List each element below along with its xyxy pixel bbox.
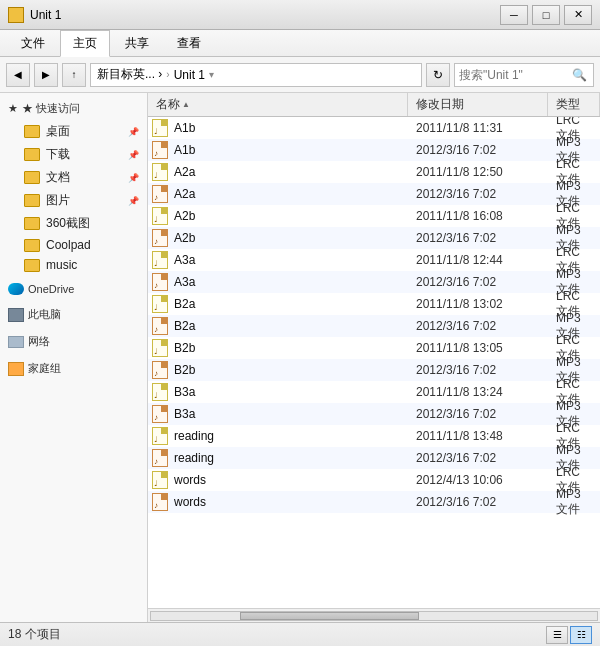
file-date-cell: 2012/3/16 7:02	[408, 363, 548, 377]
file-name-cell: A2a	[148, 163, 408, 181]
mp3-file-icon	[152, 493, 168, 511]
forward-button[interactable]: ▶	[34, 63, 58, 87]
title-left: Unit 1	[8, 7, 61, 23]
col-header-type[interactable]: 类型	[548, 93, 600, 116]
detail-view-button[interactable]: ☷	[570, 626, 592, 644]
tab-share[interactable]: 共享	[112, 30, 162, 56]
search-box[interactable]: 🔍	[454, 63, 594, 87]
lrc-file-icon	[152, 471, 168, 489]
table-row[interactable]: B2b 2012/3/16 7:02 MP3文件	[148, 359, 600, 381]
table-row[interactable]: reading 2012/3/16 7:02 MP3文件	[148, 447, 600, 469]
list-view-button[interactable]: ☰	[546, 626, 568, 644]
quickaccess-icon: ★	[8, 102, 18, 115]
file-name: B2b	[174, 341, 195, 355]
hscroll-thumb[interactable]	[240, 612, 418, 620]
file-name: B3a	[174, 385, 195, 399]
tab-home[interactable]: 主页	[60, 30, 110, 57]
table-row[interactable]: B3a 2011/11/8 13:24 LRC 文件	[148, 381, 600, 403]
file-name: A2a	[174, 187, 195, 201]
lrc-file-icon	[152, 163, 168, 181]
file-list-area: 名称 ▲ 修改日期 类型 A1b 2011/11/8 11:31 LRC 文件 …	[148, 93, 600, 622]
lrc-file-icon	[152, 251, 168, 269]
table-row[interactable]: B2b 2011/11/8 13:05 LRC 文件	[148, 337, 600, 359]
homegroup-icon	[8, 362, 24, 376]
file-name-cell: words	[148, 493, 408, 511]
table-row[interactable]: A2b 2012/3/16 7:02 MP3文件	[148, 227, 600, 249]
file-name: A2a	[174, 165, 195, 179]
table-row[interactable]: reading 2011/11/8 13:48 LRC 文件	[148, 425, 600, 447]
file-name-cell: A2b	[148, 229, 408, 247]
sidebar-header-quickaccess[interactable]: ★ ★ 快速访问	[0, 97, 147, 120]
search-input[interactable]	[459, 68, 569, 82]
sidebar-item-music[interactable]: music	[0, 255, 147, 275]
maximize-button[interactable]: □	[532, 5, 560, 25]
file-name-cell: A3a	[148, 273, 408, 291]
col-name-label: 名称	[156, 96, 180, 113]
pc-icon	[8, 308, 24, 322]
status-bar: 18 个项目 ☰ ☷	[0, 622, 600, 646]
refresh-button[interactable]: ↻	[426, 63, 450, 87]
sidebar-header-network[interactable]: 网络	[0, 330, 147, 353]
file-name: A3a	[174, 275, 195, 289]
folder-icon	[24, 259, 40, 272]
lrc-file-icon	[152, 427, 168, 445]
file-list-header: 名称 ▲ 修改日期 类型	[148, 93, 600, 117]
file-name-cell: A1b	[148, 119, 408, 137]
col-header-name[interactable]: 名称 ▲	[148, 93, 408, 116]
status-item-count: 18 个项目	[8, 626, 61, 643]
table-row[interactable]: A2b 2011/11/8 16:08 LRC 文件	[148, 205, 600, 227]
table-row[interactable]: B2a 2012/3/16 7:02 MP3文件	[148, 315, 600, 337]
back-button[interactable]: ◀	[6, 63, 30, 87]
mp3-file-icon	[152, 361, 168, 379]
sidebar-item-downloads[interactable]: 下载 📌	[0, 143, 147, 166]
table-row[interactable]: A3a 2012/3/16 7:02 MP3文件	[148, 271, 600, 293]
file-date-cell: 2011/11/8 13:02	[408, 297, 548, 311]
address-path[interactable]: 新目标英... › › Unit 1 ▾	[90, 63, 422, 87]
path-dropdown-icon: ▾	[209, 69, 214, 80]
file-type-cell: MP3文件	[548, 487, 600, 518]
file-date-cell: 2012/3/16 7:02	[408, 495, 548, 509]
sidebar-section-network: 网络	[0, 330, 147, 353]
table-row[interactable]: A3a 2011/11/8 12:44 LRC 文件	[148, 249, 600, 271]
sidebar-item-label: 360截图	[46, 215, 90, 232]
mp3-file-icon	[152, 141, 168, 159]
file-date-cell: 2011/11/8 13:24	[408, 385, 548, 399]
mp3-file-icon	[152, 185, 168, 203]
lrc-file-icon	[152, 295, 168, 313]
table-row[interactable]: B3a 2012/3/16 7:02 MP3文件	[148, 403, 600, 425]
sidebar-item-coolpad[interactable]: Coolpad	[0, 235, 147, 255]
mp3-file-icon	[152, 317, 168, 335]
file-name: B2a	[174, 297, 195, 311]
minimize-button[interactable]: ─	[500, 5, 528, 25]
table-row[interactable]: A2a 2011/11/8 12:50 LRC 文件	[148, 161, 600, 183]
file-name: A2b	[174, 209, 195, 223]
table-row[interactable]: A1b 2012/3/16 7:02 MP3文件	[148, 139, 600, 161]
table-row[interactable]: words 2012/4/13 10:06 LRC 文件	[148, 469, 600, 491]
file-name-cell: B2b	[148, 361, 408, 379]
sidebar-header-onedrive[interactable]: OneDrive	[0, 279, 147, 299]
file-name-cell: B2a	[148, 295, 408, 313]
mp3-file-icon	[152, 405, 168, 423]
file-name: B2a	[174, 319, 195, 333]
sidebar-item-documents[interactable]: 文档 📌	[0, 166, 147, 189]
tab-view[interactable]: 查看	[164, 30, 214, 56]
table-row[interactable]: A1b 2011/11/8 11:31 LRC 文件	[148, 117, 600, 139]
mp3-file-icon	[152, 273, 168, 291]
sidebar-item-360capture[interactable]: 360截图	[0, 212, 147, 235]
close-button[interactable]: ✕	[564, 5, 592, 25]
file-date-cell: 2012/3/16 7:02	[408, 231, 548, 245]
sidebar-header-thispc[interactable]: 此电脑	[0, 303, 147, 326]
table-row[interactable]: A2a 2012/3/16 7:02 MP3文件	[148, 183, 600, 205]
up-button[interactable]: ↑	[62, 63, 86, 87]
sidebar-header-homegroup[interactable]: 家庭组	[0, 357, 147, 380]
sidebar-item-pictures[interactable]: 图片 📌	[0, 189, 147, 212]
tab-file[interactable]: 文件	[8, 30, 58, 56]
table-row[interactable]: words 2012/3/16 7:02 MP3文件	[148, 491, 600, 513]
sidebar-item-desktop[interactable]: 桌面 📌	[0, 120, 147, 143]
horizontal-scrollbar[interactable]	[148, 608, 600, 622]
file-name-cell: reading	[148, 449, 408, 467]
table-row[interactable]: B2a 2011/11/8 13:02 LRC 文件	[148, 293, 600, 315]
col-header-date[interactable]: 修改日期	[408, 93, 548, 116]
lrc-file-icon	[152, 383, 168, 401]
search-icon[interactable]: 🔍	[569, 65, 589, 85]
